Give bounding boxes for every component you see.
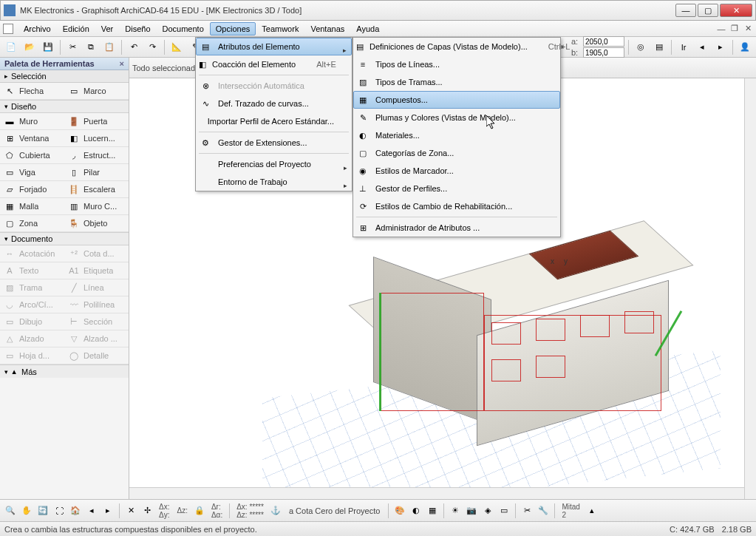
tool-alzado[interactable]: △Alzado bbox=[0, 330, 64, 347]
layers-icon[interactable]: ▤ bbox=[651, 39, 667, 55]
target-icon[interactable]: ◎ bbox=[633, 39, 649, 55]
nav-fit-icon[interactable]: ⛶ bbox=[52, 503, 67, 518]
nav-pan-icon[interactable]: ✋ bbox=[19, 503, 34, 518]
menu-documento[interactable]: Documento bbox=[157, 22, 210, 35]
menu-coaccion-elemento[interactable]: ◧ Coacción del Elemento Alt+E bbox=[196, 55, 352, 73]
nav-next-icon[interactable]: ▸ bbox=[101, 503, 115, 518]
tool-pilar[interactable]: ▯Pilar bbox=[64, 164, 129, 181]
tool2-icon[interactable]: 🔧 bbox=[536, 503, 551, 518]
palette-close-icon[interactable]: × bbox=[120, 59, 124, 68]
nav-prev-icon[interactable]: ◂ bbox=[84, 503, 99, 518]
menu-diseno[interactable]: Diseño bbox=[119, 22, 156, 35]
coord-origin-icon[interactable]: ✕ bbox=[123, 503, 138, 518]
tool-objeto[interactable]: 🪑Objeto bbox=[64, 215, 129, 232]
wire-icon[interactable]: ▦ bbox=[425, 503, 440, 518]
menu-compuestos[interactable]: ▦ Compuestos... bbox=[353, 91, 560, 109]
new-file-icon[interactable]: 📄 bbox=[3, 39, 19, 55]
menu-opciones[interactable]: Opciones bbox=[210, 22, 256, 35]
menu-admin-atributos[interactable]: ⊞ Administrador de Atributos ... bbox=[353, 219, 560, 237]
scale-up-icon[interactable]: ▴ bbox=[585, 503, 599, 518]
menu-atributos-elemento[interactable]: ▤ Atributos del Elemento bbox=[196, 38, 352, 55]
undo-icon[interactable]: ↶ bbox=[126, 39, 142, 55]
tool-malla[interactable]: ▦Malla bbox=[0, 198, 64, 215]
tool-alzado-int[interactable]: ▽Alzado ... bbox=[64, 330, 129, 347]
tool-seccion[interactable]: ⊢Sección bbox=[64, 313, 129, 330]
tool-detalle[interactable]: ◯Detalle bbox=[64, 347, 129, 364]
tool-polilinea[interactable]: 〰Polilínea bbox=[64, 296, 129, 313]
close-button[interactable]: ✕ bbox=[720, 4, 752, 17]
lock-icon[interactable]: 🔒 bbox=[192, 503, 207, 518]
tool-texto[interactable]: ATexto bbox=[0, 262, 64, 279]
tool-dibujo[interactable]: ▭Dibujo bbox=[0, 313, 64, 330]
menu-definiciones-capas[interactable]: ▤ Definiciones de Capas (Vistas de Model… bbox=[353, 38, 560, 55]
tool-ventana[interactable]: ⊞Ventana bbox=[0, 130, 64, 147]
mdi-restore-icon[interactable]: ❐ bbox=[729, 24, 740, 34]
coord-b-input[interactable] bbox=[583, 47, 624, 58]
mdi-minimize-icon[interactable]: — bbox=[716, 24, 726, 34]
anchor-icon[interactable]: ⚓ bbox=[268, 503, 283, 518]
tool1-icon[interactable]: ✂ bbox=[520, 503, 534, 518]
text-ir-icon[interactable]: Ir bbox=[675, 39, 692, 55]
tool-escalera[interactable]: 🪜Escalera bbox=[64, 181, 129, 198]
menu-ver[interactable]: Ver bbox=[95, 22, 120, 35]
menu-categorias-zona[interactable]: ▢ Categorías de Zona... bbox=[353, 144, 560, 162]
tool-puerta[interactable]: 🚪Puerta bbox=[64, 113, 129, 130]
tool-muro-cortina[interactable]: ▥Muro C... bbox=[64, 198, 129, 215]
redo-icon[interactable]: ↷ bbox=[144, 39, 160, 55]
tool-estructura[interactable]: ◞Estruct... bbox=[64, 147, 129, 164]
copy-icon[interactable]: ⧉ bbox=[83, 39, 99, 55]
tool-zona[interactable]: ▢Zona bbox=[0, 215, 64, 232]
arrow-right-icon[interactable]: ▸ bbox=[712, 39, 729, 55]
mdi-close-icon[interactable]: ✕ bbox=[743, 24, 753, 34]
save-file-icon[interactable]: 💾 bbox=[40, 39, 56, 55]
menu-materiales[interactable]: ◐ Materiales... bbox=[353, 126, 560, 144]
menu-ayuda[interactable]: Ayuda bbox=[350, 22, 385, 35]
menu-importar-perfil-acero[interactable]: Importar Perfil de Acero Estándar... bbox=[196, 112, 352, 130]
maximize-button[interactable]: ▢ bbox=[698, 4, 718, 17]
coord-cross-icon[interactable]: ✢ bbox=[140, 503, 154, 518]
sun-icon[interactable]: ☀ bbox=[448, 503, 463, 518]
axo-icon[interactable]: ◈ bbox=[480, 503, 495, 518]
menu-preferencias-proyecto[interactable]: Preferencias del Proyecto bbox=[196, 155, 352, 173]
tool-flecha[interactable]: ↖Flecha bbox=[0, 83, 64, 100]
persp-icon[interactable]: ▭ bbox=[497, 503, 511, 518]
tool-muro[interactable]: ▬Muro bbox=[0, 113, 64, 130]
menu-estilos-cambio-rehab[interactable]: ⟳ Estilos de Cambio de Rehabilitación... bbox=[353, 197, 560, 215]
nav-home-icon[interactable]: 🏠 bbox=[68, 503, 83, 518]
tool-etiqueta[interactable]: A1Etiqueta bbox=[64, 262, 129, 279]
menu-plumas-colores[interactable]: ✎ Plumas y Colores (Vistas de Modelo)... bbox=[353, 109, 560, 126]
scrollbar-horizontal[interactable] bbox=[129, 487, 744, 499]
open-file-icon[interactable]: 📂 bbox=[21, 39, 38, 55]
menu-gestor-extensiones[interactable]: ⚙ Gestor de Extensiones... bbox=[196, 134, 352, 152]
menu-ventanas[interactable]: Ventanas bbox=[304, 22, 350, 35]
tool-trama[interactable]: ▨Trama bbox=[0, 279, 64, 296]
user-icon[interactable]: 👤 bbox=[737, 39, 753, 55]
menu-trazado-curvas[interactable]: ∿ Def. Trazado de curvas... bbox=[196, 95, 352, 112]
nav-zoom-icon[interactable]: 🔍 bbox=[3, 503, 18, 518]
design-group-header[interactable]: Diseño bbox=[0, 100, 129, 113]
menu-edicion[interactable]: Edición bbox=[57, 22, 95, 35]
tool-cota[interactable]: ⁺²Cota d... bbox=[64, 245, 129, 262]
menu-entorno-trabajo[interactable]: Entorno de Trabajo bbox=[196, 173, 352, 191]
tool-arco[interactable]: ◡Arco/Cí... bbox=[0, 296, 64, 313]
nav-orbit-icon[interactable]: 🔄 bbox=[35, 503, 50, 518]
cut-icon[interactable]: ✂ bbox=[64, 39, 81, 55]
tool-lucernario[interactable]: ◧Lucern... bbox=[64, 130, 129, 147]
tool-forjado[interactable]: ▱Forjado bbox=[0, 181, 64, 198]
menu-gestor-perfiles[interactable]: ⊥ Gestor de Perfiles... bbox=[353, 180, 560, 197]
tool-hoja[interactable]: ▭Hoja d... bbox=[0, 347, 64, 364]
menu-archivo[interactable]: Archivo bbox=[18, 22, 57, 35]
tool-marco[interactable]: ▭Marco bbox=[64, 83, 129, 100]
coord-a-input[interactable] bbox=[583, 36, 624, 47]
tool-linea[interactable]: ╱Línea bbox=[64, 279, 129, 296]
menu-tipos-lineas[interactable]: ≡ Tipos de Líneas... bbox=[353, 55, 560, 73]
tool-viga[interactable]: ▭Viga bbox=[0, 164, 64, 181]
tool-acotacion[interactable]: ↔Acotación bbox=[0, 245, 64, 262]
paste-icon[interactable]: 📋 bbox=[101, 39, 118, 55]
document-group-header[interactable]: Documento bbox=[0, 232, 129, 245]
minimize-button[interactable]: — bbox=[675, 4, 696, 17]
render-icon[interactable]: 🎨 bbox=[392, 503, 407, 518]
camera-icon[interactable]: 📷 bbox=[464, 503, 479, 518]
menu-teamwork[interactable]: Teamwork bbox=[256, 22, 304, 35]
menu-tipos-tramas[interactable]: ▨ Tipos de Tramas... bbox=[353, 73, 560, 91]
